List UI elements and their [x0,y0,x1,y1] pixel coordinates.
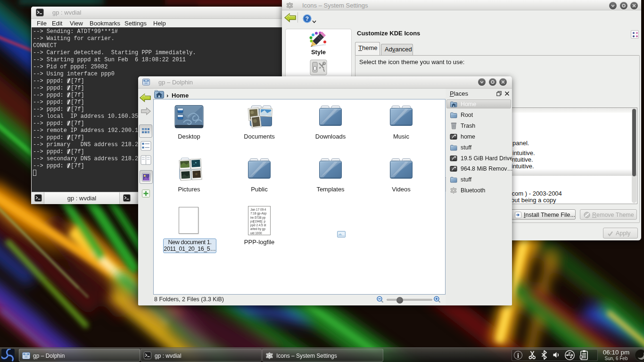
svg-text:i: i [517,352,519,359]
svg-text:?: ? [305,16,309,22]
